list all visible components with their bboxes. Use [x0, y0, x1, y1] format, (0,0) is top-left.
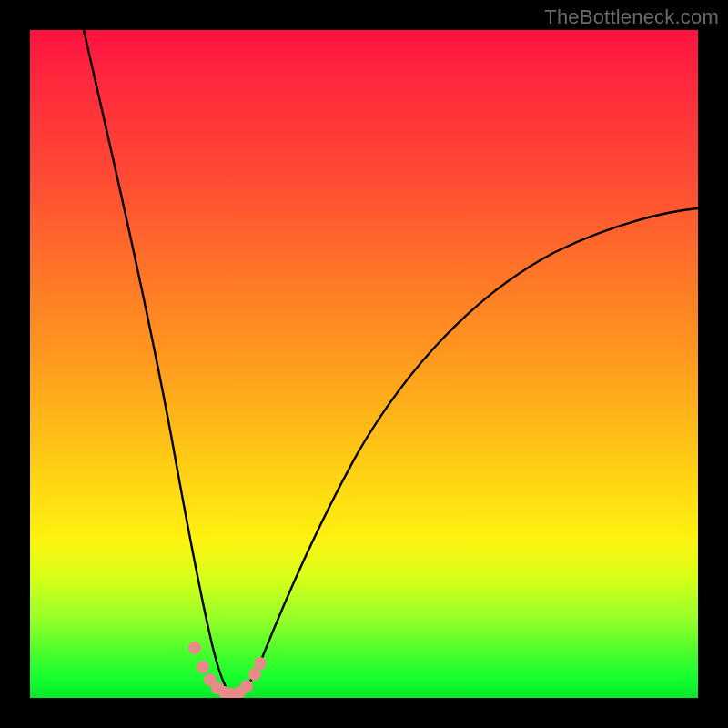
chart-gradient-background	[30, 30, 698, 698]
chart-frame: TheBottleneck.com	[0, 0, 728, 728]
watermark-text: TheBottleneck.com	[544, 5, 719, 29]
